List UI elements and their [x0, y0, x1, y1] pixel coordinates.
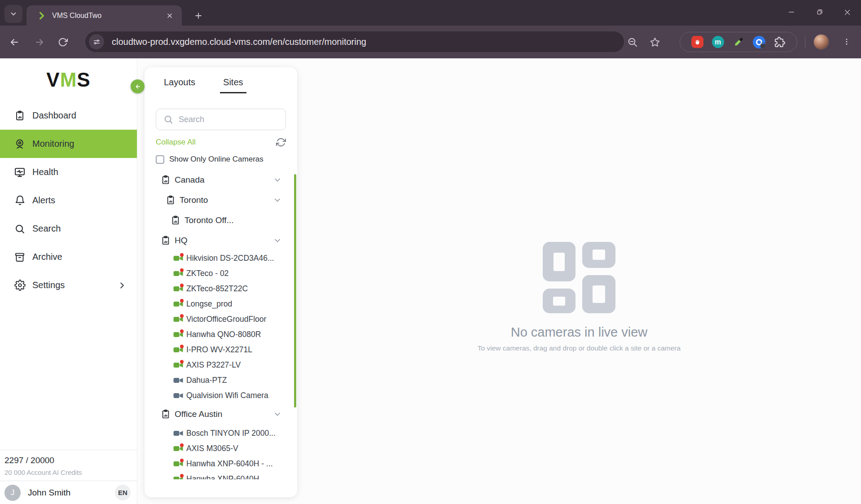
- chevron-down-icon[interactable]: [273, 236, 282, 245]
- site-icon: [161, 175, 171, 185]
- tab-sites[interactable]: Sites: [220, 77, 246, 93]
- sidebar-item-label: Settings: [32, 280, 65, 290]
- tree-site-row[interactable]: Toronto: [145, 190, 294, 210]
- tab-layouts[interactable]: Layouts: [161, 77, 198, 93]
- camera-icon: [173, 377, 183, 384]
- refresh-icon[interactable]: [276, 137, 286, 147]
- panel-tabs: LayoutsSites: [145, 67, 297, 93]
- tree-camera-row[interactable]: ZKTeco-852T22C: [145, 281, 294, 296]
- toolbar-divider: [805, 36, 805, 48]
- camera-icon: [173, 316, 183, 323]
- user-row[interactable]: J John Smith EN: [0, 481, 137, 504]
- site-label: Toronto: [180, 195, 208, 205]
- sidebar-collapse-button[interactable]: [131, 79, 145, 93]
- camera-label: VictorOfficeGroudFloor: [186, 315, 266, 324]
- arrow-left-icon: [134, 83, 141, 90]
- zoom-out-icon[interactable]: [624, 33, 641, 51]
- tree-site-row[interactable]: Toronto Off...: [145, 210, 294, 230]
- tree-camera-row[interactable]: Dahua-PTZ: [145, 373, 294, 388]
- sidebar-item-monitoring[interactable]: Monitoring: [0, 130, 137, 158]
- tree-camera-row[interactable]: Longse_prod: [145, 296, 294, 311]
- tree-site-row[interactable]: Canada: [145, 170, 294, 190]
- extensions-puzzle-icon[interactable]: [773, 36, 786, 48]
- close-icon[interactable]: [833, 0, 861, 24]
- eyedropper-icon[interactable]: [732, 36, 745, 48]
- tree-site-row[interactable]: HQ: [145, 230, 294, 250]
- sidebar-item-health[interactable]: Health: [0, 158, 137, 186]
- back-icon[interactable]: [5, 33, 23, 51]
- camera-icon: [173, 460, 183, 467]
- browser-profile-avatar[interactable]: [813, 34, 829, 50]
- camera-icon: [173, 301, 183, 307]
- tree-camera-row[interactable]: Qualvision Wifi Camera: [145, 388, 294, 403]
- camera-label: Hanwha XNP-6040H: [186, 474, 259, 480]
- camera-label: ZKTeco - 02: [186, 269, 228, 278]
- camera-icon: [173, 346, 183, 353]
- bell-icon: [13, 194, 26, 207]
- recording-dot-icon: [180, 345, 184, 348]
- browser-menu-icon[interactable]: [839, 33, 855, 51]
- sidebar-item-settings[interactable]: Settings: [0, 271, 137, 299]
- logo-s: S: [77, 69, 90, 91]
- language-badge[interactable]: EN: [115, 485, 131, 500]
- sidebar-item-archive[interactable]: Archive: [0, 243, 137, 271]
- tree-camera-row[interactable]: I-PRO WV-X2271L: [145, 342, 294, 357]
- forward-icon[interactable]: [31, 33, 48, 51]
- sidebar-item-label: Monitoring: [32, 139, 74, 149]
- tree-camera-row[interactable]: AXIS P3227-LV: [145, 357, 294, 373]
- tab-close-icon[interactable]: [164, 10, 176, 22]
- collapse-all-link[interactable]: Collapse All: [156, 138, 196, 147]
- camera-label: AXIS P3227-LV: [186, 360, 241, 370]
- camera-label: AXIS M3065-V: [186, 444, 238, 453]
- tree-camera-row[interactable]: Hanwha QNO-8080R: [145, 327, 294, 342]
- camera-label: Hanwha QNO-8080R: [186, 330, 261, 339]
- recording-dot-icon: [180, 459, 184, 462]
- adblock-hand-icon[interactable]: [691, 36, 703, 48]
- tree-site-row[interactable]: Office Austin: [145, 403, 294, 425]
- chevron-down-icon[interactable]: [273, 196, 282, 205]
- tree-scrollbar[interactable]: [294, 174, 296, 408]
- recording-dot-icon: [180, 443, 184, 447]
- site-info-icon[interactable]: [89, 34, 104, 49]
- browser-chrome: VMS CloudTwo cloudtwo-prod.vxgdemo.cloud…: [0, 0, 861, 58]
- chevron-down-icon[interactable]: [273, 410, 282, 419]
- reload-icon[interactable]: [54, 33, 72, 51]
- bookmark-star-icon[interactable]: [646, 33, 664, 51]
- tree-camera-row[interactable]: ZKTeco - 02: [145, 266, 294, 281]
- tab-strip: VMS CloudTwo: [0, 0, 861, 26]
- show-only-online-checkbox[interactable]: [156, 155, 164, 164]
- tree-camera-row[interactable]: AXIS M3065-V: [145, 441, 294, 456]
- metamask-m-icon[interactable]: m: [712, 36, 724, 48]
- search-input[interactable]: [179, 115, 277, 124]
- tree-camera-row[interactable]: Bosch TINYON IP 2000...: [145, 425, 294, 441]
- show-only-online-row[interactable]: Show Only Online Cameras: [156, 153, 264, 166]
- chevron-down-icon[interactable]: [273, 175, 282, 184]
- credits-usage: 2297 / 20000: [4, 456, 132, 465]
- camera-icon: [173, 476, 183, 480]
- tree-camera-row[interactable]: Hanwha XNP-6040H - ...: [145, 456, 294, 471]
- archive-icon: [13, 251, 26, 263]
- camera-icon: [173, 430, 183, 437]
- tree-camera-row[interactable]: VictorOfficeGroudFloor: [145, 311, 294, 327]
- search-box: [156, 109, 286, 130]
- tab-search-button[interactable]: [4, 5, 22, 23]
- restore-icon[interactable]: [805, 0, 833, 24]
- sidebar-item-dashboard[interactable]: Dashboard: [0, 101, 137, 130]
- sidebar-footer: 2297 / 20000 20 000 Account AI Credits J…: [0, 450, 137, 504]
- privacy-lock-icon[interactable]: [753, 36, 765, 48]
- url-text[interactable]: cloudtwo-prod.vxgdemo.cloud-vms.com/en/c…: [112, 37, 366, 47]
- tree-camera-row[interactable]: Hikvision DS-2CD3A46...: [145, 250, 294, 266]
- logo-v: V: [46, 69, 60, 91]
- empty-state: No cameras in live view To view cameras,…: [297, 242, 861, 352]
- minimize-icon[interactable]: [778, 0, 805, 24]
- sidebar-item-alerts[interactable]: Alerts: [0, 186, 137, 215]
- browser-tab[interactable]: VMS CloudTwo: [26, 5, 182, 26]
- camera-label: Hikvision DS-2CD3A46...: [186, 254, 274, 263]
- site-label: Toronto Off...: [184, 215, 233, 225]
- new-tab-button[interactable]: [190, 8, 206, 24]
- search-icon: [163, 114, 173, 124]
- recording-dot-icon: [180, 329, 184, 333]
- url-bar[interactable]: cloudtwo-prod.vxgdemo.cloud-vms.com/en/c…: [85, 31, 624, 52]
- tree-camera-row[interactable]: Hanwha XNP-6040H: [145, 471, 294, 479]
- sidebar-item-search[interactable]: Search: [0, 215, 137, 243]
